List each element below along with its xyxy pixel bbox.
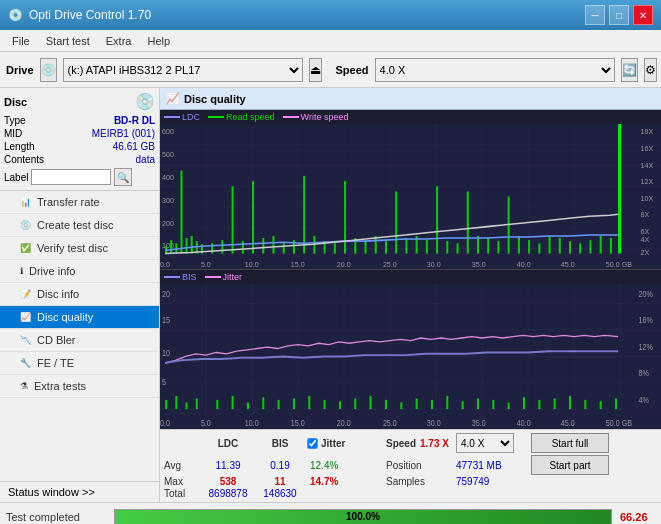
svg-text:500: 500: [162, 150, 174, 159]
svg-rect-72: [426, 240, 428, 253]
maximize-button[interactable]: □: [609, 5, 629, 25]
svg-rect-86: [569, 241, 571, 253]
window-controls: ─ □ ✕: [585, 5, 653, 25]
svg-text:10.0: 10.0: [245, 260, 259, 269]
sidebar-item-extra-tests[interactable]: ⚗ Extra tests: [0, 375, 159, 398]
total-bis: 148630: [254, 488, 306, 499]
sidebar-item-disc-info-label: Disc info: [37, 288, 79, 300]
close-button[interactable]: ✕: [633, 5, 653, 25]
svg-rect-90: [610, 238, 612, 254]
max-row: Max 538 11 14.7% Samples 759749: [164, 476, 657, 487]
svg-rect-152: [523, 397, 525, 409]
score-text: 66.26: [620, 511, 655, 523]
drive-icon-button[interactable]: 💿: [40, 58, 57, 82]
sidebar-item-extra-tests-label: Extra tests: [34, 380, 86, 392]
jitter-checkbox-container: Jitter: [306, 437, 386, 450]
svg-rect-78: [487, 238, 489, 254]
svg-rect-55: [252, 181, 254, 254]
mid-value: MEIRB1 (001): [92, 128, 155, 139]
bis-header: BIS: [254, 438, 306, 449]
drive-label: Drive: [6, 64, 34, 76]
svg-rect-144: [400, 403, 402, 410]
disc-quality-header: 📈 Disc quality: [160, 88, 661, 110]
jitter-checkbox[interactable]: [307, 438, 317, 448]
sidebar-item-transfer-rate[interactable]: 📊 Transfer rate: [0, 191, 159, 214]
svg-rect-58: [283, 243, 285, 253]
drive-select[interactable]: (k:) ATAPI iHBS312 2 PL17: [63, 58, 303, 82]
svg-rect-139: [324, 400, 326, 409]
drive-bar: Drive 💿 (k:) ATAPI iHBS312 2 PL17 ⏏ Spee…: [0, 52, 661, 88]
svg-rect-89: [600, 236, 602, 254]
svg-text:0.0: 0.0: [160, 419, 170, 429]
speed-select[interactable]: 4.0 X: [375, 58, 615, 82]
svg-text:400: 400: [162, 173, 174, 182]
title-bar: 💿 Opti Drive Control 1.70 ─ □ ✕: [0, 0, 661, 30]
extra-tests-icon: ⚗: [20, 381, 28, 391]
svg-text:12X: 12X: [641, 177, 654, 186]
top-chart-svg: 600 500 400 300 200 100 18X 16X 14X 12X …: [160, 124, 661, 269]
svg-text:15: 15: [162, 316, 170, 326]
ldc-header: LDC: [202, 438, 254, 449]
svg-text:20.0: 20.0: [337, 260, 351, 269]
svg-text:16X: 16X: [641, 144, 654, 153]
svg-rect-46: [180, 171, 182, 254]
svg-rect-73: [436, 186, 438, 253]
sidebar-item-disc-quality-label: Disc quality: [37, 311, 93, 323]
svg-rect-53: [232, 186, 234, 253]
status-window-button[interactable]: Status window >>: [0, 481, 159, 502]
refresh-button[interactable]: 🔄: [621, 58, 638, 82]
max-label: Max: [164, 476, 202, 487]
disc-quality-icon: 📈: [20, 312, 31, 322]
minimize-button[interactable]: ─: [585, 5, 605, 25]
menu-help[interactable]: Help: [139, 33, 178, 49]
write-speed-legend: Write speed: [283, 112, 349, 122]
svg-rect-81: [518, 236, 520, 254]
svg-text:50.0 GB: 50.0 GB: [606, 419, 633, 429]
speed-stat-select[interactable]: 4.0 X: [456, 433, 514, 453]
sidebar-item-drive-info[interactable]: ℹ Drive info: [0, 260, 159, 283]
eject-button[interactable]: ⏏: [309, 58, 322, 82]
menu-file[interactable]: File: [4, 33, 38, 49]
svg-rect-145: [416, 399, 418, 410]
progress-text: 100.0%: [115, 510, 611, 524]
sidebar-item-verify-test-disc[interactable]: ✅ Verify test disc: [0, 237, 159, 260]
svg-rect-84: [549, 236, 551, 254]
sidebar-item-disc-info[interactable]: 📝 Disc info: [0, 283, 159, 306]
svg-rect-148: [462, 401, 464, 409]
position-value: 47731 MB: [456, 460, 531, 471]
start-part-button[interactable]: Start part: [531, 455, 609, 475]
start-full-button[interactable]: Start full: [531, 433, 609, 453]
svg-text:45.0: 45.0: [561, 419, 575, 429]
type-label: Type: [4, 115, 26, 126]
sidebar-item-cd-bler[interactable]: 📉 CD Bler: [0, 329, 159, 352]
label-input[interactable]: [31, 169, 111, 185]
svg-rect-79: [497, 241, 499, 253]
svg-rect-69: [395, 191, 397, 253]
sidebar-item-fe-te[interactable]: 🔧 FE / TE: [0, 352, 159, 375]
settings-button1[interactable]: ⚙: [644, 58, 657, 82]
svg-rect-88: [589, 240, 591, 253]
position-label: Position: [386, 460, 456, 471]
bis-legend: BIS: [164, 272, 197, 282]
svg-rect-133: [232, 396, 234, 409]
svg-text:35.0: 35.0: [472, 260, 486, 269]
verify-test-disc-icon: ✅: [20, 243, 31, 253]
bottom-chart-svg: 20 15 10 5 20% 16% 12% 8% 4% 0.0 5.0 10.…: [160, 284, 661, 429]
jitter-header: Jitter: [321, 438, 345, 449]
svg-rect-54: [242, 241, 244, 253]
svg-text:20: 20: [162, 289, 170, 299]
sidebar-item-create-test-disc[interactable]: 💿 Create test disc: [0, 214, 159, 237]
avg-row: Avg 11.39 0.19 12.4% Position 47731 MB S…: [164, 455, 657, 475]
progress-bar-container: 100.0%: [114, 509, 612, 525]
svg-text:0.0: 0.0: [160, 260, 170, 269]
menu-start-test[interactable]: Start test: [38, 33, 98, 49]
samples-label: Samples: [386, 476, 456, 487]
svg-text:50.0 GB: 50.0 GB: [606, 260, 632, 269]
mid-label: MID: [4, 128, 22, 139]
menu-extra[interactable]: Extra: [98, 33, 140, 49]
label-search-button[interactable]: 🔍: [114, 168, 132, 186]
app-title: 💿 Opti Drive Control 1.70: [8, 8, 151, 22]
speed-label: Speed: [336, 64, 369, 76]
length-label: Length: [4, 141, 35, 152]
sidebar-item-disc-quality[interactable]: 📈 Disc quality: [0, 306, 159, 329]
